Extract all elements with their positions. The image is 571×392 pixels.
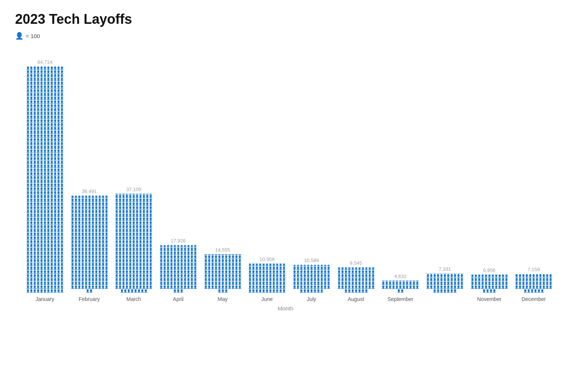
person-icon: 👤 [453, 289, 457, 293]
person-icon: 👤 [105, 286, 108, 289]
person-icon: 👤 [149, 202, 153, 206]
person-icon: 👤 [238, 278, 241, 282]
person-icon: 👤 [105, 199, 108, 202]
person-icon: 👤 [60, 229, 63, 233]
month-label-april: April [156, 296, 201, 302]
person-icon: 👤 [60, 146, 63, 150]
person-icon: 👤 [60, 74, 63, 78]
person-icon: 👤 [505, 278, 508, 282]
person-icon: 👤 [149, 199, 153, 202]
person-icon: 👤 [60, 195, 63, 199]
person-icon: 👤 [149, 206, 153, 210]
month-label-december: December [511, 296, 556, 302]
person-icon: 👤 [371, 282, 375, 286]
person-icon: 👤 [105, 259, 108, 263]
person-icon: 👤 [60, 70, 63, 74]
month-label-august: August [334, 296, 378, 302]
person-icon: 👤 [282, 267, 286, 270]
person-icon: 👤 [371, 267, 375, 270]
person-icon: 👤 [282, 270, 286, 274]
legend-label: = 100 [26, 33, 40, 39]
legend: 👤 = 100 [15, 32, 556, 40]
person-icon: 👤 [60, 134, 63, 138]
bar-value-june: 10,958 [259, 256, 275, 262]
person-icon: 👤 [60, 180, 63, 184]
person-icon: 👤 [193, 267, 197, 270]
person-icon: 👤 [105, 274, 108, 278]
person-icon: 👤 [282, 286, 286, 289]
person-icon: 👤 [149, 225, 153, 229]
person-icon: 👤 [149, 214, 153, 218]
person-icon: 👤 [149, 274, 153, 278]
person-icon: 👤 [238, 255, 241, 259]
person-icon: 👤 [60, 78, 63, 82]
person-icon: 👤 [460, 278, 463, 282]
bars-container: 84,714👤👤👤👤👤👤👤👤👤👤👤👤👤👤👤👤👤👤👤👤👤👤👤👤👤👤👤👤👤👤👤👤👤👤… [15, 51, 556, 293]
person-icon: 👤 [193, 245, 197, 248]
person-icon: 👤 [60, 116, 63, 119]
person-icon: 👤 [193, 278, 197, 282]
person-icon: 👤 [327, 278, 330, 282]
chart-title: 2023 Tech Layoffs [15, 11, 556, 27]
person-icon: 👤 [60, 191, 63, 195]
person-icon: 👤 [105, 233, 108, 236]
person-icon: 👤 [193, 274, 197, 278]
person-icon: 👤 [149, 282, 153, 286]
person-icon: 👤 [149, 263, 153, 267]
person-icon: 👤 [193, 255, 197, 259]
person-icon: 👤 [105, 282, 108, 286]
month-label-november: November [467, 296, 512, 302]
person-icon: 👤 [238, 270, 241, 274]
bar-value-september: 4,632 [394, 273, 407, 279]
icon-grid-july: 👤👤👤👤👤👤👤👤👤👤👤👤👤👤👤👤👤👤👤👤👤👤👤👤👤👤👤👤👤👤👤👤👤👤👤👤👤👤👤👤… [292, 265, 331, 293]
bar-col-april: 17,926👤👤👤👤👤👤👤👤👤👤👤👤👤👤👤👤👤👤👤👤👤👤👤👤👤👤👤👤👤👤👤👤👤👤… [156, 238, 201, 293]
bar-col-june: 10,958👤👤👤👤👤👤👤👤👤👤👤👤👤👤👤👤👤👤👤👤👤👤👤👤👤👤👤👤👤👤👤👤👤👤… [245, 256, 289, 293]
person-icon: 👤 [60, 278, 63, 282]
person-icon: 👤 [60, 119, 63, 123]
person-icon: 👤 [105, 252, 108, 255]
person-icon: 👤 [505, 275, 508, 278]
person-icon: 👤 [60, 263, 63, 267]
person-icon: 👤 [60, 240, 63, 244]
person-icon: 👤 [60, 89, 63, 93]
bar-value-july: 10,589 [304, 258, 319, 263]
person-icon: 👤 [60, 123, 63, 127]
bar-value-august: 9,545 [350, 260, 362, 266]
person-icon: 👤 [60, 104, 63, 108]
person-icon: 👤 [460, 274, 463, 278]
icon-grid-april: 👤👤👤👤👤👤👤👤👤👤👤👤👤👤👤👤👤👤👤👤👤👤👤👤👤👤👤👤👤👤👤👤👤👤👤👤👤👤👤👤… [158, 245, 198, 293]
person-icon: 👤 [327, 286, 330, 289]
person-icon: 👤 [493, 289, 496, 293]
person-icon: 👤 [149, 267, 153, 270]
person-icon: 👤 [149, 252, 153, 255]
person-icon: 👤 [105, 206, 108, 210]
person-icon: 👤 [60, 85, 63, 89]
bar-col-february: 36,491👤👤👤👤👤👤👤👤👤👤👤👤👤👤👤👤👤👤👤👤👤👤👤👤👤👤👤👤👤👤👤👤👤👤… [67, 188, 112, 293]
person-icon: 👤 [505, 286, 508, 289]
person-icon: 👤 [105, 278, 108, 282]
person-icon: 👤 [60, 187, 63, 191]
person-icon: 👤 [549, 282, 552, 286]
person-icon: 👤 [193, 286, 197, 289]
person-icon: 👤 [320, 289, 323, 293]
bar-col-march: 37,109👤👤👤👤👤👤👤👤👤👤👤👤👤👤👤👤👤👤👤👤👤👤👤👤👤👤👤👤👤👤👤👤👤👤… [111, 187, 156, 293]
person-icon: 👤 [60, 244, 63, 248]
person-icon: 👤 [105, 263, 108, 267]
person-icon: 👤 [238, 259, 241, 263]
icon-grid-february: 👤👤👤👤👤👤👤👤👤👤👤👤👤👤👤👤👤👤👤👤👤👤👤👤👤👤👤👤👤👤👤👤👤👤👤👤👤👤👤👤… [69, 196, 109, 293]
bar-value-may: 14,555 [215, 247, 230, 253]
person-icon: 👤 [149, 218, 153, 221]
person-icon: 👤 [60, 108, 63, 112]
person-icon: 👤 [105, 240, 108, 244]
person-legend-icon: 👤 [15, 32, 23, 40]
person-icon: 👤 [60, 199, 63, 202]
person-icon: 👤 [60, 112, 63, 116]
person-icon: 👤 [60, 221, 63, 225]
person-icon: 👤 [60, 131, 63, 134]
person-icon: 👤 [60, 236, 63, 240]
person-icon: 👤 [180, 289, 183, 293]
person-icon: 👤 [60, 100, 63, 104]
person-icon: 👤 [149, 278, 153, 282]
person-icon: 👤 [282, 264, 286, 267]
icon-grid-november: 👤👤👤👤👤👤👤👤👤👤👤👤👤👤👤👤👤👤👤👤👤👤👤👤👤👤👤👤👤👤👤👤👤👤👤👤👤👤👤👤… [469, 275, 509, 293]
